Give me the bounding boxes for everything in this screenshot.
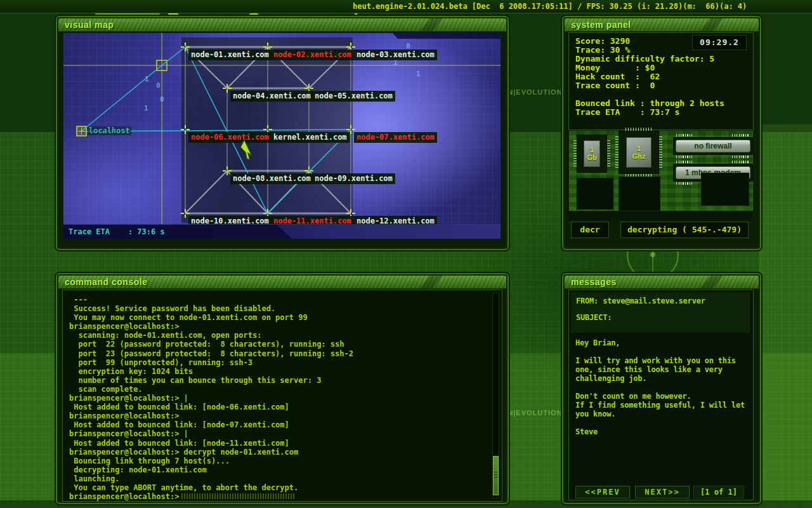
chip-pins: [607, 140, 610, 167]
header-seam: [420, 18, 443, 31]
map-trace-eta: Trace ETA : 73:6 s: [69, 227, 165, 236]
console-input-cursor[interactable]: [181, 493, 296, 499]
console-line: decrypting: node-01.xenti.com: [69, 465, 489, 474]
console-title: command console: [65, 277, 147, 287]
firewall-label: no firewall: [676, 140, 750, 152]
task-name-box: decr: [571, 222, 609, 238]
message-body-line: If I find something useful, I will let: [575, 401, 745, 410]
message-body-line: challenging job.: [575, 374, 745, 383]
console-line: port 22 (password protected: 8 character…: [69, 340, 489, 349]
header-seam: [700, 276, 723, 288]
message-body-line: [575, 383, 745, 392]
network-map[interactable]: 1001011 node-01.xenti.comnode-02.xenti.c…: [63, 32, 501, 239]
empty-socket: [577, 178, 613, 210]
memory-size: 1: [590, 146, 594, 154]
clock-box: 09:29.2: [692, 35, 747, 50]
message-page-indicator: [1 of 1]: [693, 486, 744, 498]
message-body-line: Don't count on me however.: [575, 392, 745, 401]
console-line: scan complete.: [69, 385, 489, 394]
message-from: FROM: steve@mail.steve.server: [576, 297, 705, 305]
task-row: decr decrypting ( 545-.-479): [568, 222, 752, 238]
visual-map-header: visual map: [58, 18, 506, 32]
console-line: port 23 (password protected: 8 character…: [69, 349, 489, 358]
console-scrollbar-track[interactable]: [492, 293, 499, 498]
system-stat-line: Money : $0: [575, 64, 724, 72]
messages-panel: messages FROM: steve@mail.steve.server S…: [562, 273, 761, 504]
system-panel-title: system panel: [571, 20, 631, 30]
memory-chip-label: 1 Gb: [584, 140, 600, 167]
console-line: Bouncing link through 7 host(s)...: [69, 457, 489, 465]
console-line: You may now connect to node-01.xenti.com…: [69, 313, 489, 322]
chip-pins: [573, 140, 577, 167]
firewall-badge: no firewall: [673, 137, 753, 155]
next-message-button[interactable]: NEXT>>: [635, 486, 690, 498]
system-stat-line: Dynamic difficulty factor: 5: [575, 55, 724, 64]
console-line: brianspencer@localhost:>: [69, 322, 489, 331]
console-line: Host added to bounced link: [node-11.xen…: [69, 439, 489, 448]
engine-info: heut.engine-2.01.024.beta [Dec 6 2008.17…: [353, 2, 747, 11]
system-stat-line: Bounced link : through 2 hosts: [575, 99, 724, 108]
command-console-panel: command console --- Success! Service pas…: [56, 273, 509, 504]
message-subject: SUBJECT:: [576, 313, 612, 322]
console-header: command console: [58, 276, 506, 289]
cpu-chip-icon: 1 Ghz: [619, 131, 659, 174]
console-line: brianspencer@localhost:> |: [69, 394, 489, 403]
message-viewer: FROM: steve@mail.steve.server SUBJECT: H…: [568, 290, 754, 500]
message-body-line: one, since this looks like a very: [575, 365, 745, 374]
memory-chip-icon: 1 Gb: [577, 135, 607, 173]
empty-socket: [619, 177, 660, 211]
console-output: --- Success! Service password has been d…: [69, 295, 489, 501]
hardware-area: 1 Gb 1 Ghz no firewall 1 mbps modem: [568, 130, 754, 211]
clock-value: 09:29.2: [693, 36, 746, 50]
console-line: brianspencer@localhost:>: [69, 411, 489, 420]
task-status-box: decrypting ( 545-.-479): [620, 222, 749, 238]
empty-socket: [701, 173, 749, 206]
console-line: Host added to bounced link: [node-07.xen…: [69, 420, 489, 429]
console-line: Host added to bounced link: [node-06.xen…: [69, 403, 489, 411]
console-line: launching.: [69, 474, 489, 483]
console-line: number of times you can bounce through t…: [69, 376, 489, 385]
console-terminal[interactable]: --- Success! Service password has been d…: [62, 290, 502, 502]
map-footer-bar: Trace ETA : 73:6 s: [63, 224, 501, 239]
system-stat-line: Hack count : 62: [575, 72, 724, 81]
message-body-line: [575, 347, 745, 356]
chip-pins: [615, 137, 619, 168]
console-line: Success! Service password has been disab…: [69, 304, 489, 313]
message-body-line: [575, 418, 745, 427]
message-body-line: I will try and work with you on this: [575, 356, 745, 365]
console-line: brianspencer@localhost:>: [69, 492, 489, 501]
system-stats-box: Score: 3290Trace: 30 %Dynamic difficulty…: [568, 32, 754, 130]
header-seam: [420, 276, 443, 288]
cpu-unit: Ghz: [632, 152, 646, 160]
system-panel: system panel Score: 3290Trace: 30 %Dynam…: [562, 16, 761, 250]
messages-header: messages: [565, 276, 759, 289]
system-stat-line: Trace ETA : 73:7 s: [575, 108, 724, 117]
system-stat-line: Trace count : 0: [575, 81, 724, 90]
header-seam: [700, 18, 723, 31]
messages-title: messages: [571, 277, 617, 287]
chip-pins: [625, 128, 652, 131]
console-line: scanning: node-01.xenti.com, open ports:: [69, 331, 489, 340]
top-status-bar: heut.engine-2.01.024.beta [Dec 6 2008.17…: [0, 0, 812, 13]
prev-message-button[interactable]: <<PREV: [575, 486, 630, 498]
background-right-band: [759, 124, 812, 508]
console-line: You can type ABORT anytime, to abort the…: [69, 483, 489, 492]
mouse-cursor-icon: [240, 140, 252, 160]
cpu-speed: 1: [637, 145, 641, 152]
memory-unit: Gb: [587, 154, 596, 161]
console-line: brianspencer@localhost:> decrypt node-01…: [69, 448, 489, 457]
console-line: ---: [69, 295, 489, 304]
cpu-chip-label: 1 Ghz: [626, 137, 652, 168]
message-body-line: Hey Brian,: [575, 338, 745, 347]
chip-pins: [659, 137, 662, 168]
message-head-section: FROM: steve@mail.steve.server SUBJECT:: [571, 292, 750, 333]
system-panel-header: system panel: [565, 18, 759, 32]
system-stat-line: [575, 90, 724, 99]
visual-map-title: visual map: [65, 20, 114, 30]
console-line: encryption key: 1024 bits: [69, 367, 489, 376]
hardware-bottom-strip: [568, 211, 752, 220]
message-body-line: Steve: [575, 427, 745, 436]
console-scrollbar-thumb[interactable]: [493, 456, 499, 495]
console-line: brianspencer@localhost:> |: [69, 429, 489, 438]
message-body-line: you know.: [575, 410, 745, 418]
